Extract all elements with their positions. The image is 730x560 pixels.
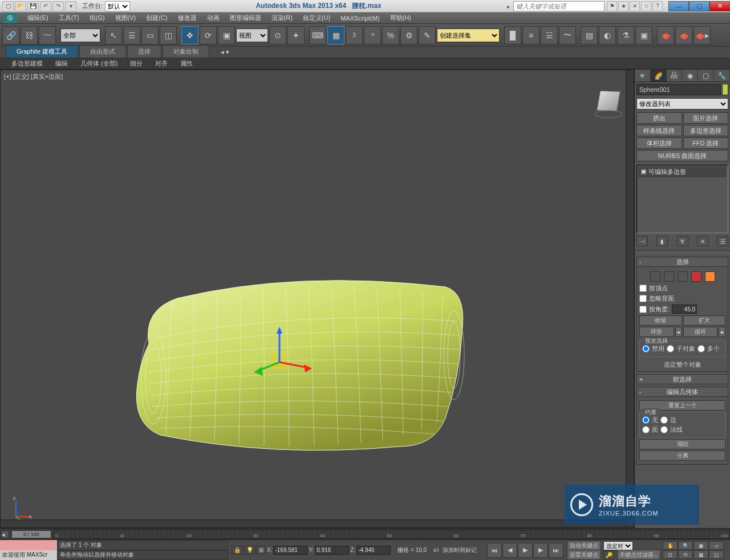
- render-active-icon[interactable]: 🫖▸: [694, 26, 711, 44]
- pin-stack-icon[interactable]: ⊣: [636, 236, 648, 246]
- viewport-scroll-h[interactable]: [1, 520, 626, 527]
- min-max-icon[interactable]: ◱: [709, 550, 724, 559]
- open-icon[interactable]: 📂: [15, 1, 26, 11]
- preview-off-radio[interactable]: [642, 345, 650, 352]
- select-name-icon[interactable]: ☰: [123, 26, 140, 44]
- menu-modifiers[interactable]: 修改器: [173, 13, 201, 23]
- menu-maxscript[interactable]: MAXScript(M): [336, 14, 384, 23]
- shrink-button[interactable]: 收缩: [639, 315, 682, 326]
- modifier-list-select[interactable]: 修改器列表: [636, 98, 728, 109]
- coord-y-input[interactable]: [315, 546, 349, 555]
- orbit-icon[interactable]: ⟲: [678, 550, 693, 559]
- polygon-icon[interactable]: [691, 271, 701, 282]
- isolate-icon[interactable]: 💡: [244, 546, 256, 554]
- split-button[interactable]: 分离: [639, 451, 725, 461]
- constraint-none-radio[interactable]: [642, 416, 650, 424]
- bind-icon[interactable]: 〰: [39, 26, 56, 44]
- menu-grapheditors[interactable]: 图形编辑器: [225, 13, 266, 23]
- loop-button[interactable]: 循环: [683, 327, 718, 337]
- edit-named-sel-icon[interactable]: ✎: [419, 26, 436, 44]
- manip-icon[interactable]: ✦: [287, 26, 305, 44]
- search-input[interactable]: [513, 1, 605, 11]
- mod-nurbs[interactable]: NURBS 曲面选择: [636, 150, 728, 161]
- abs-rel-icon[interactable]: ⊞: [257, 546, 266, 554]
- key-filter-select[interactable]: 选定对: [603, 541, 633, 550]
- lock-icon[interactable]: 🔒: [232, 546, 243, 554]
- coord-z-input[interactable]: [356, 546, 391, 555]
- preview-subobj-radio[interactable]: [667, 345, 674, 352]
- remove-mod-icon[interactable]: ✕: [697, 236, 708, 246]
- rollout-selection-header[interactable]: -选择: [636, 257, 728, 267]
- named-selection[interactable]: 创建选择集: [437, 29, 500, 42]
- constraint-face-radio[interactable]: [642, 426, 650, 433]
- time-ruler[interactable]: 010 2030 4050 6070 8090 100: [54, 530, 730, 539]
- move-icon[interactable]: ✥: [181, 26, 198, 44]
- layers-icon[interactable]: ☱: [541, 26, 558, 44]
- show-end-icon[interactable]: ▮: [656, 236, 668, 246]
- move-gizmo[interactable]: z: [246, 321, 314, 389]
- menu-help[interactable]: 帮助(H): [386, 13, 416, 23]
- pivot-icon[interactable]: ⊙: [269, 26, 286, 44]
- unlink-icon[interactable]: ⛓: [21, 26, 38, 44]
- menu-edit[interactable]: 编辑(E): [23, 13, 53, 23]
- spinner-snap-icon[interactable]: %: [382, 26, 399, 44]
- pan-icon[interactable]: ✋: [663, 541, 678, 550]
- render-setup-icon[interactable]: ⚗: [617, 26, 634, 44]
- new-icon[interactable]: ▢: [2, 1, 14, 11]
- constraint-edge-radio[interactable]: [660, 416, 668, 424]
- collapse-button[interactable]: 塌陷: [639, 439, 725, 449]
- snap-toggle-icon[interactable]: ▦: [327, 26, 344, 44]
- menu-rendering[interactable]: 渲染(R): [267, 13, 297, 23]
- viewport[interactable]: [+] [正交] [真实+边面]: [0, 70, 634, 528]
- ring-spinner[interactable]: ◂▸: [675, 327, 682, 337]
- modifier-stack[interactable]: ▣ 可编辑多边形: [636, 165, 728, 233]
- schematic-icon[interactable]: ▤: [581, 26, 598, 44]
- setkey-button[interactable]: 设置关键点: [567, 550, 601, 560]
- add-time-tag[interactable]: 添加时间标记: [443, 546, 477, 554]
- element-icon[interactable]: [705, 271, 715, 282]
- rollout-editgeo-header[interactable]: -编辑几何体: [636, 387, 728, 397]
- next-frame-icon[interactable]: ▶: [533, 543, 548, 558]
- mirror-icon[interactable]: ▐▌: [504, 26, 521, 44]
- favorites-icon[interactable]: ☆: [641, 1, 651, 11]
- byangle-check[interactable]: [639, 306, 647, 313]
- vertex-icon[interactable]: [650, 271, 660, 282]
- rotate-icon[interactable]: ⟳: [200, 26, 217, 44]
- menu-views[interactable]: 视图(V): [111, 13, 141, 23]
- tab-motion-icon[interactable]: ◉: [682, 70, 698, 82]
- script-listener[interactable]: [0, 540, 57, 550]
- menu-animation[interactable]: 动画: [202, 13, 224, 23]
- percent-snap-icon[interactable]: ᵃ: [364, 26, 381, 44]
- scale-icon[interactable]: ▣: [218, 26, 235, 44]
- border-icon[interactable]: [678, 271, 688, 282]
- viewport-label[interactable]: [+] [正交] [真实+边面]: [4, 72, 63, 81]
- link-icon[interactable]: 🔗: [2, 26, 19, 44]
- menu-tools[interactable]: 工具(T): [54, 13, 84, 23]
- tab-hierarchy-icon[interactable]: 品: [667, 70, 683, 82]
- tab-objpaint[interactable]: 对象绘制: [163, 45, 209, 58]
- preview-multi-radio[interactable]: [697, 345, 705, 352]
- undo-icon[interactable]: ↶: [40, 1, 51, 11]
- help-icon[interactable]: ?: [652, 1, 663, 11]
- make-unique-icon[interactable]: ∀: [677, 236, 688, 246]
- rib-props[interactable]: 属性: [175, 58, 198, 69]
- tab-create-icon[interactable]: ✳: [635, 70, 651, 82]
- viewport-scroll-v[interactable]: [626, 70, 634, 527]
- tab-utilities-icon[interactable]: 🔧: [714, 70, 730, 82]
- angle-input[interactable]: [672, 305, 697, 314]
- tab-graphite[interactable]: Graphite 建模工具: [6, 45, 78, 58]
- keyboard-shortcut-icon[interactable]: ⌨: [309, 26, 326, 44]
- zoom-ext-icon[interactable]: ⊡: [663, 550, 678, 559]
- object-color-swatch[interactable]: [722, 84, 728, 95]
- constraint-normal-radio[interactable]: [660, 426, 668, 433]
- render-frame-icon[interactable]: ▣: [635, 26, 652, 44]
- tab-selection[interactable]: 选择: [127, 45, 161, 58]
- rib-align[interactable]: 对齐: [149, 58, 173, 69]
- rib-subdiv[interactable]: 细分: [124, 58, 148, 69]
- key-icon[interactable]: 🔑: [603, 551, 615, 559]
- app-menu-button[interactable]: Ⓢ: [3, 13, 17, 23]
- exchange-icon[interactable]: ✕: [630, 1, 640, 11]
- workspace-select[interactable]: 默认: [105, 1, 130, 11]
- timeline-config-icon[interactable]: ◂: [1, 530, 9, 538]
- snap-options-icon[interactable]: ⚙: [400, 26, 417, 44]
